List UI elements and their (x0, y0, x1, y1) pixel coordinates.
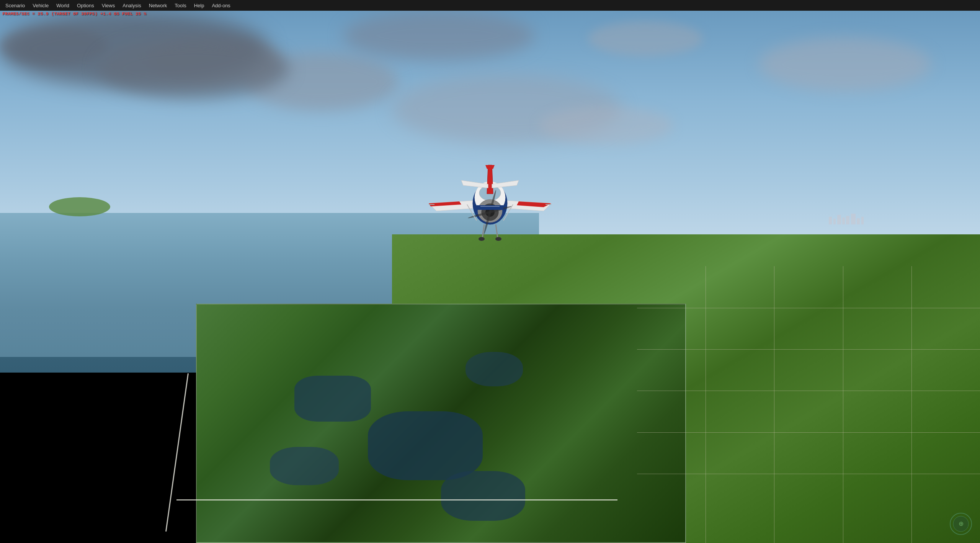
menu-help[interactable]: Help (190, 1, 208, 10)
cloud-6 (759, 38, 931, 91)
menu-tools[interactable]: Tools (171, 1, 190, 10)
svg-line-13 (496, 224, 498, 238)
svg-line-12 (482, 224, 484, 238)
menu-analysis[interactable]: Analysis (119, 1, 145, 10)
water-patch-3 (270, 447, 339, 485)
cloud-4 (343, 11, 534, 61)
runway-line (165, 373, 189, 532)
wetland-area (196, 304, 686, 543)
city-skyline (825, 213, 902, 224)
hud-performance: FRAMES/SEC = 25.9 (TARGET OF 30FPS) +1.4… (2, 11, 146, 16)
menu-scenario[interactable]: Scenario (2, 1, 29, 10)
compass-logo: ⊕ (949, 512, 972, 535)
road-grid (637, 266, 980, 543)
menu-world[interactable]: World (52, 1, 73, 10)
menu-views[interactable]: Views (98, 1, 119, 10)
menu-network[interactable]: Network (145, 1, 171, 10)
water-patch-4 (466, 352, 523, 386)
cloud-7 (539, 106, 673, 145)
svg-text:⊕: ⊕ (959, 520, 964, 527)
menu-vehicle[interactable]: Vehicle (29, 1, 52, 10)
water-patch-2 (368, 411, 483, 480)
svg-point-14 (479, 237, 485, 241)
water-patch-5 (441, 471, 525, 521)
cloud-dark-2 (98, 38, 289, 99)
menu-addons[interactable]: Add-ons (208, 1, 234, 10)
menu-options[interactable]: Options (73, 1, 98, 10)
menu-bar: Scenario Vehicle World Options Views Ana… (0, 0, 980, 11)
island (49, 197, 110, 216)
bottom-road (176, 499, 617, 500)
cloud-8 (588, 21, 703, 56)
flight-viewport[interactable]: ⊕ (0, 11, 980, 543)
svg-point-15 (495, 237, 501, 241)
water-patch-1 (294, 376, 371, 422)
aircraft (390, 144, 590, 267)
